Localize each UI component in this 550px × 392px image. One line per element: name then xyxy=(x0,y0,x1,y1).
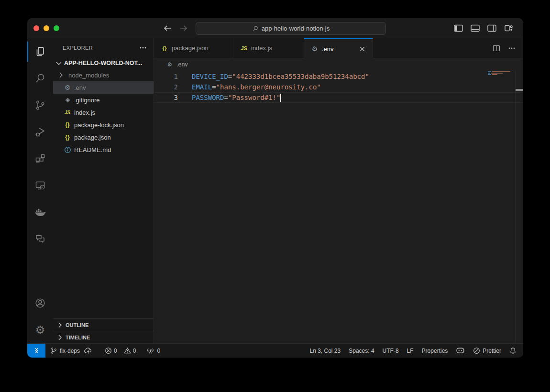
navigate-back-icon[interactable] xyxy=(163,24,172,32)
tab-package-json[interactable]: {} package.json xyxy=(154,38,233,58)
code-line-3: 3 PASSWORD="Password#1!" xyxy=(154,92,523,103)
extensions-activity-icon[interactable] xyxy=(27,145,53,172)
run-debug-activity-icon[interactable] xyxy=(27,119,53,145)
code-editor[interactable]: 1 DEVICE_ID="442333d1bcea35533daba9b5123… xyxy=(154,71,523,343)
breadcrumb[interactable]: ⚙ .env xyxy=(154,58,523,71)
warning-count: 0 xyxy=(133,348,136,354)
explorer-more-actions-icon[interactable] xyxy=(139,44,147,52)
settings-gear-icon[interactable]: ⚙ xyxy=(27,316,53,343)
tree-item-package-json[interactable]: {} package.json xyxy=(53,131,154,143)
sidebar-title: EXPLORER xyxy=(63,45,93,51)
env-file-icon: ⚙ xyxy=(311,45,319,53)
comments-activity-icon[interactable] xyxy=(27,226,53,252)
copilot-icon[interactable] xyxy=(456,347,465,355)
toggle-secondary-sidebar-icon[interactable] xyxy=(487,24,497,32)
formatter-status[interactable]: Prettier xyxy=(473,347,501,354)
tree-item-gitignore[interactable]: .gitignore xyxy=(53,94,154,106)
branch-name-label: fix-deps xyxy=(60,348,80,354)
split-editor-icon[interactable] xyxy=(493,44,500,52)
minimize-window-button[interactable] xyxy=(44,25,49,31)
accounts-icon[interactable] xyxy=(27,290,53,316)
close-window-button[interactable] xyxy=(33,25,39,31)
window-controls xyxy=(33,25,59,31)
customize-layout-icon[interactable] xyxy=(504,24,514,32)
code-line-2: 2 EMAIL="hans.berger@neurosity.co" xyxy=(154,82,523,92)
tree-item-label: package-lock.json xyxy=(74,121,124,129)
chevron-right-icon xyxy=(57,71,65,79)
workspace-root-folder[interactable]: APP-HELLO-WORLD-NOT... xyxy=(53,57,154,69)
tree-item-label: README.md xyxy=(74,146,111,153)
source-control-activity-icon[interactable] xyxy=(27,92,53,119)
tab-label: .env xyxy=(322,45,334,53)
tab-label: package.json xyxy=(172,44,209,52)
scrollbar[interactable] xyxy=(515,71,523,343)
breadcrumb-file-label: .env xyxy=(176,61,188,68)
explorer-sidebar: EXPLORER APP-HELLO-WORLD-NOT... node_mod… xyxy=(53,38,154,343)
minimap[interactable] xyxy=(486,71,515,343)
encoding-status[interactable]: UTF-8 xyxy=(383,348,399,354)
line-number: 2 xyxy=(154,82,178,92)
remote-icon xyxy=(33,347,40,354)
chevron-right-icon xyxy=(56,334,64,341)
tab-bar: {} package.json JS index.js ⚙ .env xyxy=(154,38,523,58)
explorer-activity-icon[interactable] xyxy=(27,38,53,65)
code-text: DEVICE_ID="442333d1bcea35533daba9b51234a… xyxy=(192,71,369,82)
tree-item-readme[interactable]: README.md xyxy=(53,143,154,156)
notifications-bell-icon[interactable] xyxy=(509,347,517,354)
env-file-icon: ⚙ xyxy=(166,61,174,68)
cursor-position-status[interactable]: Ln 3, Col 23 xyxy=(310,348,341,354)
problems-status[interactable]: 0 0 xyxy=(105,347,136,354)
text-cursor xyxy=(280,94,281,102)
root-folder-label: APP-HELLO-WORLD-NOT... xyxy=(64,60,142,66)
tree-item-label: .env xyxy=(74,84,86,91)
navigate-forward-icon[interactable] xyxy=(179,24,188,32)
toggle-panel-icon[interactable] xyxy=(471,24,480,32)
timeline-section-header[interactable]: TIMELINE xyxy=(53,331,154,343)
ports-count: 0 xyxy=(157,348,160,354)
chevron-down-icon xyxy=(55,59,63,67)
tree-item-label: package.json xyxy=(74,134,111,141)
code-text: EMAIL="hans.berger@neurosity.co" xyxy=(192,82,321,92)
vscode-window: app-hello-world-notion-js ⚙ EXPLORER xyxy=(27,18,523,358)
ports-status[interactable]: 0 xyxy=(146,347,160,354)
git-branch-status[interactable]: fix-deps xyxy=(50,347,92,354)
section-label: OUTLINE xyxy=(66,322,88,328)
json-file-icon: {} xyxy=(64,134,71,141)
remote-indicator[interactable] xyxy=(27,344,45,358)
search-activity-icon[interactable] xyxy=(27,65,53,92)
tab-env[interactable]: ⚙ .env xyxy=(304,38,373,58)
tab-index-js[interactable]: JS index.js xyxy=(233,38,304,58)
outline-section-header[interactable]: OUTLINE xyxy=(53,318,154,331)
tree-item-node-modules[interactable]: node_modules xyxy=(53,69,154,81)
env-file-icon: ⚙ xyxy=(64,84,71,91)
line-number: 3 xyxy=(154,92,178,103)
tab-label: index.js xyxy=(251,44,272,52)
code-line-1: 1 DEVICE_ID="442333d1bcea35533daba9b5123… xyxy=(154,71,523,82)
docker-activity-icon[interactable] xyxy=(27,199,53,226)
eol-status[interactable]: LF xyxy=(407,348,414,354)
editor-more-actions-icon[interactable] xyxy=(508,44,516,52)
code-text: PASSWORD="Password#1!" xyxy=(192,92,281,103)
js-file-icon: JS xyxy=(240,45,248,51)
tree-item-env[interactable]: ⚙ .env xyxy=(53,81,154,94)
toggle-primary-sidebar-icon[interactable] xyxy=(454,24,463,32)
language-mode-status[interactable]: Properties xyxy=(422,348,448,354)
json-file-icon: {} xyxy=(161,45,168,51)
activity-bar: ⚙ xyxy=(27,38,53,343)
close-tab-icon[interactable] xyxy=(359,45,366,53)
readme-info-icon xyxy=(64,146,71,153)
zoom-window-button[interactable] xyxy=(54,25,59,31)
search-icon xyxy=(252,25,259,32)
tree-item-package-lock[interactable]: {} package-lock.json xyxy=(53,119,154,131)
command-center-label: app-hello-world-notion-js xyxy=(262,25,330,32)
git-branch-icon xyxy=(50,347,57,354)
remote-explorer-activity-icon[interactable] xyxy=(27,172,53,199)
error-icon xyxy=(105,347,112,354)
circle-slash-icon xyxy=(473,347,480,354)
json-file-icon: {} xyxy=(64,121,71,128)
js-file-icon: JS xyxy=(64,110,71,115)
indentation-status[interactable]: Spaces: 4 xyxy=(349,348,374,354)
command-center-search[interactable]: app-hello-world-notion-js xyxy=(196,22,386,35)
tree-item-index-js[interactable]: JS index.js xyxy=(53,106,154,119)
error-count: 0 xyxy=(114,348,117,354)
